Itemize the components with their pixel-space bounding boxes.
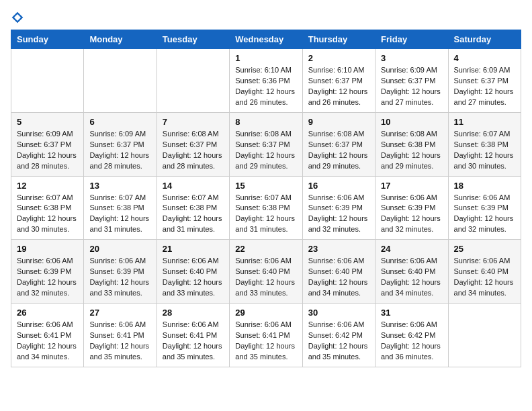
daylight-hours-text: Daylight: 12 hours [308,214,369,224]
daylight-hours-text: Daylight: 12 hours [235,214,296,224]
calendar-cell: 22Sunrise: 6:06 AMSunset: 6:40 PMDayligh… [230,240,302,304]
day-number: 23 [308,244,369,254]
calendar-cell [448,304,521,367]
sunrise-text: Sunrise: 6:06 AM [17,256,78,267]
daylight-hours-text: Daylight: 12 hours [17,277,78,288]
day-info: Sunrise: 6:08 AMSunset: 6:38 PMDaylight:… [381,129,442,172]
day-info: Sunrise: 6:08 AMSunset: 6:37 PMDaylight:… [235,129,296,172]
sunset-text: Sunset: 6:42 PM [308,330,369,341]
daylight-minutes-text: and 30 minutes. [17,224,78,235]
sunset-text: Sunset: 6:40 PM [308,267,369,277]
day-number: 22 [235,244,296,254]
calendar-week-2: 5Sunrise: 6:09 AMSunset: 6:37 PMDaylight… [11,112,521,176]
sunrise-text: Sunrise: 6:09 AM [454,65,515,76]
daylight-minutes-text: and 26 minutes. [235,97,296,108]
calendar-cell: 14Sunrise: 6:07 AMSunset: 6:38 PMDayligh… [157,176,229,240]
daylight-minutes-text: and 28 minutes. [17,161,78,172]
daylight-hours-text: Daylight: 12 hours [235,277,296,288]
daylight-hours-text: Daylight: 12 hours [381,87,442,97]
day-info: Sunrise: 6:06 AMSunset: 6:41 PMDaylight:… [163,320,224,363]
sunrise-text: Sunrise: 6:09 AM [381,65,442,76]
sunrise-text: Sunrise: 6:07 AM [17,193,78,203]
daylight-minutes-text: and 35 minutes. [235,352,296,363]
calendar-cell: 31Sunrise: 6:06 AMSunset: 6:42 PMDayligh… [375,304,448,367]
daylight-minutes-text: and 32 minutes. [308,224,369,235]
daylight-hours-text: Daylight: 12 hours [454,277,515,288]
calendar-cell: 3Sunrise: 6:09 AMSunset: 6:37 PMDaylight… [375,49,448,113]
header [11,11,521,24]
weekday-header-friday: Friday [375,30,448,49]
calendar-week-4: 19Sunrise: 6:06 AMSunset: 6:39 PMDayligh… [11,240,521,304]
daylight-hours-text: Daylight: 12 hours [308,277,369,288]
sunset-text: Sunset: 6:40 PM [381,267,442,277]
day-number: 24 [381,244,442,254]
daylight-hours-text: Daylight: 12 hours [381,277,442,288]
daylight-hours-text: Daylight: 12 hours [308,87,369,97]
sunrise-text: Sunrise: 6:06 AM [235,320,296,330]
sunset-text: Sunset: 6:39 PM [454,203,515,214]
sunrise-text: Sunrise: 6:08 AM [163,129,224,140]
weekday-header-tuesday: Tuesday [157,30,229,49]
daylight-hours-text: Daylight: 12 hours [17,341,78,352]
daylight-hours-text: Daylight: 12 hours [454,150,515,161]
calendar-cell: 19Sunrise: 6:06 AMSunset: 6:39 PMDayligh… [11,240,84,304]
calendar-cell [84,49,157,113]
sunrise-text: Sunrise: 6:10 AM [308,65,369,76]
sunset-text: Sunset: 6:41 PM [89,330,150,341]
calendar-cell: 10Sunrise: 6:08 AMSunset: 6:38 PMDayligh… [375,112,448,176]
sunrise-text: Sunrise: 6:06 AM [454,256,515,267]
day-info: Sunrise: 6:06 AMSunset: 6:40 PMDaylight:… [381,256,442,299]
sunrise-text: Sunrise: 6:06 AM [381,320,442,330]
daylight-minutes-text: and 35 minutes. [163,352,224,363]
logo-icon [11,11,24,24]
sunrise-text: Sunrise: 6:08 AM [381,129,442,140]
day-number: 15 [235,181,296,191]
day-info: Sunrise: 6:06 AMSunset: 6:39 PMDaylight:… [308,193,369,236]
day-info: Sunrise: 6:09 AMSunset: 6:37 PMDaylight:… [17,129,78,172]
sunrise-text: Sunrise: 6:06 AM [89,256,150,267]
day-number: 5 [17,117,78,127]
daylight-minutes-text: and 33 minutes. [235,288,296,299]
sunrise-text: Sunrise: 6:06 AM [381,256,442,267]
sunrise-text: Sunrise: 6:06 AM [308,320,369,330]
daylight-hours-text: Daylight: 12 hours [163,150,224,161]
day-info: Sunrise: 6:07 AMSunset: 6:38 PMDaylight:… [163,193,224,236]
daylight-minutes-text: and 27 minutes. [454,97,515,108]
day-number: 31 [381,308,442,318]
daylight-hours-text: Daylight: 12 hours [381,214,442,224]
weekday-header-wednesday: Wednesday [230,30,302,49]
day-info: Sunrise: 6:07 AMSunset: 6:38 PMDaylight:… [89,193,150,236]
day-number: 12 [17,181,78,191]
daylight-hours-text: Daylight: 12 hours [381,341,442,352]
calendar-cell: 30Sunrise: 6:06 AMSunset: 6:42 PMDayligh… [302,304,375,367]
daylight-minutes-text: and 35 minutes. [89,352,150,363]
daylight-hours-text: Daylight: 12 hours [308,341,369,352]
daylight-hours-text: Daylight: 12 hours [89,214,150,224]
calendar-cell: 20Sunrise: 6:06 AMSunset: 6:39 PMDayligh… [84,240,157,304]
day-number: 3 [381,53,442,63]
sunset-text: Sunset: 6:37 PM [381,76,442,87]
daylight-minutes-text: and 34 minutes. [381,288,442,299]
calendar-cell: 6Sunrise: 6:09 AMSunset: 6:37 PMDaylight… [84,112,157,176]
sunrise-text: Sunrise: 6:07 AM [235,193,296,203]
sunset-text: Sunset: 6:38 PM [454,140,515,150]
daylight-minutes-text: and 31 minutes. [235,224,296,235]
day-number: 10 [381,117,442,127]
day-number: 28 [163,308,224,318]
day-number: 11 [454,117,515,127]
day-number: 18 [454,181,515,191]
sunrise-text: Sunrise: 6:06 AM [308,193,369,203]
sunset-text: Sunset: 6:39 PM [381,203,442,214]
daylight-hours-text: Daylight: 12 hours [163,214,224,224]
sunset-text: Sunset: 6:37 PM [163,140,224,150]
weekday-header-sunday: Sunday [11,30,84,49]
calendar-cell: 1Sunrise: 6:10 AMSunset: 6:36 PMDaylight… [230,49,302,113]
daylight-minutes-text: and 29 minutes. [381,161,442,172]
daylight-minutes-text: and 34 minutes. [454,288,515,299]
sunrise-text: Sunrise: 6:10 AM [235,65,296,76]
daylight-hours-text: Daylight: 12 hours [89,277,150,288]
day-number: 25 [454,244,515,254]
sunset-text: Sunset: 6:37 PM [308,140,369,150]
sunrise-text: Sunrise: 6:06 AM [163,256,224,267]
sunset-text: Sunset: 6:39 PM [89,267,150,277]
